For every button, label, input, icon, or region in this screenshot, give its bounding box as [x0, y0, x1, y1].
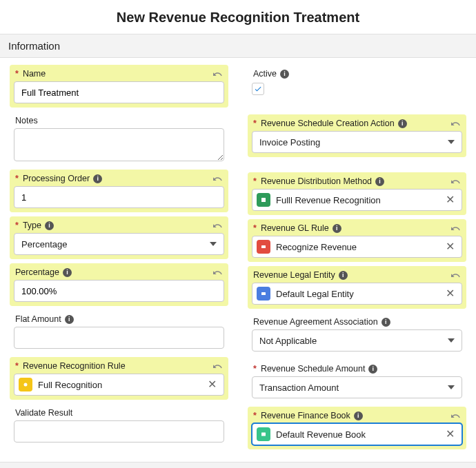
required-marker: *	[15, 174, 19, 183]
svg-rect-1	[261, 198, 266, 202]
info-icon[interactable]: i	[354, 411, 363, 420]
agreement-assoc-select[interactable]: Not Applicable	[252, 329, 462, 352]
schedule-amount-select[interactable]: Transaction Amount	[252, 376, 462, 398]
required-marker: *	[253, 223, 257, 233]
undo-icon[interactable]	[212, 267, 223, 278]
required-marker: *	[15, 221, 19, 230]
chevron-down-icon	[448, 338, 455, 343]
name-input[interactable]	[14, 81, 224, 103]
gl-rule-value: Recognize Revenue	[276, 242, 357, 252]
field-type: * Type i Percentage	[10, 216, 228, 259]
svg-rect-4	[261, 433, 266, 436]
clear-icon[interactable]: ✕	[443, 241, 457, 252]
required-marker: *	[15, 361, 19, 371]
schedule-action-select[interactable]: Invoice Posting	[252, 131, 462, 153]
dist-method-value: Fulll Revenue Recognition	[276, 195, 381, 205]
gl-rule-lookup[interactable]: Recognize Revenue ✕	[252, 236, 462, 258]
field-gl-rule: * Revenue GL Rule i Recognize Revenue ✕	[248, 219, 466, 262]
field-processing-order: * Processing Order i	[10, 170, 228, 212]
svg-rect-3	[261, 292, 266, 295]
field-notes: Notes	[10, 112, 228, 165]
label-name: Name	[23, 69, 46, 79]
undo-icon[interactable]	[450, 411, 461, 422]
legal-entity-value: Default Legal Entity	[276, 289, 354, 299]
label-agreement-assoc: Revenue Agreement Association	[253, 317, 378, 327]
undo-icon[interactable]	[212, 221, 223, 232]
record-icon	[257, 193, 270, 207]
footer: Cancel Save & New Save	[0, 462, 476, 468]
type-value: Percentage	[21, 239, 68, 250]
undo-icon[interactable]	[450, 270, 461, 281]
rev-rec-rule-value: Full Recognition	[38, 380, 102, 390]
label-legal-entity: Revenue Legal Entity	[253, 270, 335, 280]
label-flat-amount: Flat Amount	[15, 314, 61, 324]
svg-rect-2	[261, 245, 266, 248]
record-icon	[257, 240, 270, 254]
undo-icon[interactable]	[450, 176, 461, 187]
info-icon[interactable]: i	[65, 315, 74, 324]
field-legal-entity: Revenue Legal Entity i Default Legal Ent…	[248, 266, 466, 309]
info-icon[interactable]: i	[398, 119, 407, 128]
notes-textarea[interactable]	[14, 128, 224, 161]
label-notes: Notes	[15, 116, 38, 125]
required-marker: *	[15, 69, 19, 79]
label-schedule-action: Revenue Schedule Creation Action	[261, 119, 395, 128]
schedule-amount-value: Transaction Amount	[259, 383, 339, 393]
info-icon[interactable]: i	[280, 70, 289, 79]
record-icon	[257, 427, 270, 441]
chevron-down-icon	[448, 385, 455, 389]
chevron-down-icon	[210, 242, 217, 246]
clear-icon[interactable]: ✕	[443, 288, 457, 299]
undo-icon[interactable]	[212, 361, 223, 372]
validate-result-input[interactable]	[14, 420, 224, 442]
left-column: * Name Notes * Processing Order i *	[10, 65, 228, 449]
dist-method-lookup[interactable]: Fulll Revenue Recognition ✕	[252, 189, 462, 211]
undo-icon[interactable]	[212, 174, 223, 185]
rev-rec-rule-lookup[interactable]: Full Recognition ✕	[14, 374, 224, 396]
info-icon[interactable]: i	[381, 318, 390, 327]
schedule-action-value: Invoice Posting	[259, 137, 320, 147]
svg-point-0	[24, 383, 28, 387]
info-icon[interactable]: i	[333, 224, 341, 233]
undo-icon[interactable]	[212, 69, 223, 80]
info-icon[interactable]: i	[368, 365, 377, 374]
label-type: Type	[23, 221, 41, 230]
info-icon[interactable]: i	[339, 271, 348, 280]
clear-icon[interactable]: ✕	[443, 194, 457, 205]
flat-amount-input[interactable]	[14, 327, 224, 349]
label-validate-result: Validate Result	[15, 408, 72, 418]
required-marker: *	[253, 364, 257, 374]
label-schedule-amount: Revenue Schedule Amount	[261, 364, 366, 374]
clear-icon[interactable]: ✕	[443, 429, 457, 440]
finance-book-lookup[interactable]: Default Revenue Book ✕	[252, 423, 462, 445]
info-icon[interactable]: i	[375, 177, 384, 186]
info-icon[interactable]: i	[63, 268, 72, 277]
info-icon[interactable]: i	[93, 174, 102, 183]
type-select[interactable]: Percentage	[14, 233, 224, 255]
field-finance-book: * Revenue Finance Book i Default Revenue…	[248, 407, 466, 449]
undo-icon[interactable]	[450, 223, 461, 234]
required-marker: *	[253, 119, 257, 128]
record-icon	[19, 378, 32, 391]
required-marker: *	[253, 411, 257, 420]
percentage-input[interactable]	[14, 280, 224, 302]
info-icon[interactable]: i	[45, 221, 54, 230]
agreement-assoc-value: Not Applicable	[259, 336, 317, 346]
finance-book-value: Default Revenue Book	[276, 429, 366, 440]
active-checkbox[interactable]	[252, 83, 264, 95]
label-finance-book: Revenue Finance Book	[261, 411, 350, 420]
chevron-down-icon	[448, 140, 455, 144]
form-body: * Name Notes * Processing Order i *	[0, 58, 476, 462]
field-revenue-recognition-rule: * Revenue Recognition Rule Full Recognit…	[10, 357, 228, 400]
required-marker: *	[253, 176, 257, 186]
undo-icon[interactable]	[450, 119, 461, 130]
section-header-information: Information	[0, 34, 476, 58]
label-percentage: Percentage	[15, 267, 59, 277]
clear-icon[interactable]: ✕	[205, 379, 219, 390]
processing-order-input[interactable]	[14, 186, 224, 208]
field-name: * Name	[10, 65, 228, 108]
legal-entity-lookup[interactable]: Default Legal Entity ✕	[252, 283, 462, 305]
field-active: Active i	[248, 65, 466, 99]
page-title: New Revenue Recognition Treatment	[0, 0, 476, 34]
label-gl-rule: Revenue GL Rule	[261, 223, 329, 233]
